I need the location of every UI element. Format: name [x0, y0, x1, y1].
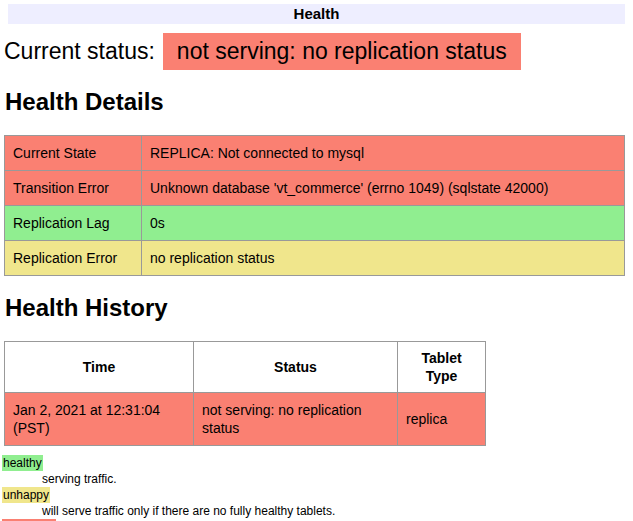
current-status-label: Current status: — [4, 38, 155, 64]
detail-label: Current State — [5, 136, 142, 171]
health-page: Health Current status:not serving: no re… — [0, 0, 633, 521]
legend-term-unhappy: unhappy — [2, 487, 50, 503]
health-details-heading: Health Details — [5, 89, 633, 115]
detail-value: no replication status — [142, 241, 625, 276]
detail-label: Transition Error — [5, 171, 142, 206]
health-history-table: Time Status Tablet Type Jan 2, 2021 at 1… — [4, 341, 486, 446]
column-header-time: Time — [5, 342, 194, 393]
health-history-heading: Health History — [5, 295, 633, 321]
legend-description: serving traffic. — [42, 471, 633, 487]
detail-value: REPLICA: Not connected to mysql — [142, 136, 625, 171]
table-row: Current State REPLICA: Not connected to … — [5, 136, 625, 171]
current-status-value: not serving: no replication status — [163, 33, 521, 70]
column-header-tablet-type: Tablet Type — [398, 342, 486, 393]
health-details-table: Current State REPLICA: Not connected to … — [4, 135, 625, 276]
page-title: Health — [8, 4, 625, 24]
detail-label: Replication Error — [5, 241, 142, 276]
detail-value: Unknown database 'vt_commerce' (errno 10… — [142, 171, 625, 206]
legend-term-healthy: healthy — [2, 455, 43, 471]
history-status: not serving: no replication status — [194, 393, 398, 446]
history-tablet-type: replica — [398, 393, 486, 446]
table-row: Transition Error Unknown database 'vt_co… — [5, 171, 625, 206]
health-legend: healthy serving traffic. unhappy will se… — [2, 455, 633, 521]
table-row: Replication Lag 0s — [5, 206, 625, 241]
history-time: Jan 2, 2021 at 12:31:04 (PST) — [5, 393, 194, 446]
detail-label: Replication Lag — [5, 206, 142, 241]
column-header-status: Status — [194, 342, 398, 393]
table-row: Jan 2, 2021 at 12:31:04 (PST) not servin… — [5, 393, 486, 446]
legend-description: will serve traffic only if there are no … — [42, 503, 633, 519]
table-row: Replication Error no replication status — [5, 241, 625, 276]
table-header-row: Time Status Tablet Type — [5, 342, 486, 393]
detail-value: 0s — [142, 206, 625, 241]
current-status-line: Current status:not serving: no replicati… — [4, 33, 633, 70]
